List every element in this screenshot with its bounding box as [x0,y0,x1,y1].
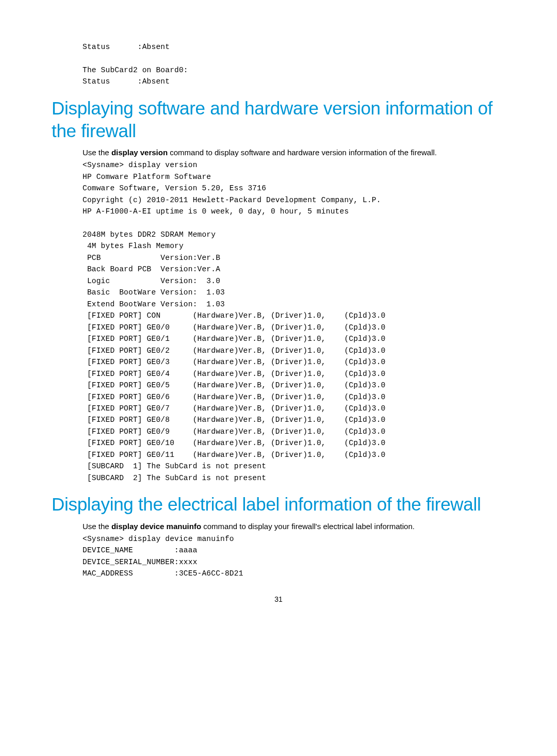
intro1-post: command to display software and hardware… [168,148,437,157]
intro2-pre: Use the [83,522,111,531]
intro-version: Use the display version command to displ… [83,147,505,158]
intro1-cmd: display version [111,148,168,157]
intro-manuinfo: Use the display device manuinfo command … [83,521,505,532]
intro1-pre: Use the [83,148,111,157]
page-number: 31 [52,595,505,603]
pre-code-block: Status :Absent The SubCard2 on Board0: S… [83,41,505,88]
heading-electrical-label: Displaying the electrical label informat… [52,493,505,516]
code-manuinfo-output: <Sysname> display device manuinfo DEVICE… [83,533,505,580]
heading-version-info: Displaying software and hardware version… [52,97,505,142]
code-version-output: <Sysname> display version HP Comware Pla… [83,159,505,484]
intro2-cmd: display device manuinfo [111,522,201,531]
intro2-post: command to display your firewall's elect… [201,522,415,531]
